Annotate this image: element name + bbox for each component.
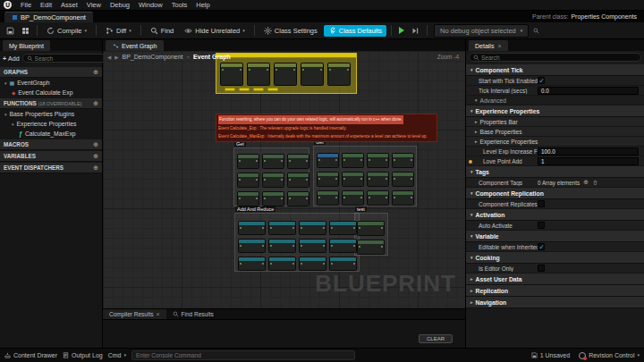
output-log-button[interactable]: Output Log: [63, 352, 103, 358]
graph-pill[interactable]: [267, 88, 278, 91]
field-tick-interval-secs[interactable]: 0.0: [538, 87, 639, 95]
graph-node[interactable]: [392, 190, 414, 206]
close-icon[interactable]: ×: [497, 43, 501, 49]
sidebar-item-experience-properties[interactable]: ▾Experience Properties: [0, 119, 102, 129]
graph-node[interactable]: [329, 257, 357, 271]
add-element-icon[interactable]: ⊕: [583, 179, 589, 186]
details-category-experience-properties[interactable]: ▸Experience Properties: [466, 137, 644, 147]
parent-class-link[interactable]: Properties Components: [571, 13, 637, 20]
details-section-navigation[interactable]: ▸Navigation: [466, 297, 644, 308]
graph-node[interactable]: [317, 172, 339, 187]
chevron-down-icon[interactable]: ▾: [4, 112, 7, 117]
details-category-properties-bar[interactable]: ▸Properties Bar: [466, 117, 644, 127]
chevron-down-icon[interactable]: ▾: [12, 122, 14, 127]
graph-node[interactable]: [301, 63, 324, 86]
chevron-down-icon[interactable]: ▾: [4, 80, 7, 86]
content-drawer-button[interactable]: Content Drawer: [4, 352, 57, 358]
add-icon[interactable]: ⊕: [93, 69, 98, 76]
graph-node[interactable]: [329, 239, 357, 253]
tab-event-graph[interactable]: Event Graph: [106, 40, 164, 51]
back-icon[interactable]: ◀: [107, 55, 111, 60]
class-settings-button[interactable]: Class Settings: [259, 25, 322, 37]
sidebar-section-event-dispatchers[interactable]: EVENT DISPATCHERS⊕: [0, 163, 102, 173]
details-section-replication[interactable]: ▸Replication: [466, 285, 644, 297]
graph-node[interactable]: [262, 173, 284, 188]
checkbox-start-with-tick-enabled[interactable]: [538, 77, 545, 84]
graph-node[interactable]: [237, 154, 259, 169]
debug-object-dropdown[interactable]: No debug object selected▾: [434, 24, 529, 38]
checkbox-auto-activate[interactable]: [538, 222, 545, 229]
hide-unrelated-button[interactable]: Hide Unrelated▾: [180, 25, 250, 37]
menu-edit[interactable]: Edit: [36, 1, 56, 9]
unsaved-indicator[interactable]: 1 Unsaved: [531, 352, 570, 358]
graph-node[interactable]: [327, 63, 351, 86]
graph-node[interactable]: [329, 221, 357, 235]
graph-node[interactable]: [392, 172, 414, 187]
graph-node[interactable]: [287, 173, 309, 188]
sidebar-item-eventgraph[interactable]: ▾▦EventGraph: [0, 78, 102, 88]
graph-node[interactable]: [317, 190, 339, 206]
graph-node[interactable]: [299, 239, 326, 253]
graph-node[interactable]: [357, 240, 385, 255]
browse-icon[interactable]: [19, 27, 32, 35]
graph-pill[interactable]: [239, 88, 250, 91]
graph-node[interactable]: [317, 153, 339, 168]
play-button[interactable]: [396, 27, 407, 34]
comment-header[interactable]: [216, 54, 356, 58]
graph-node[interactable]: [247, 63, 270, 86]
graph-node[interactable]: [274, 63, 297, 86]
graph-node[interactable]: [287, 191, 309, 206]
close-icon[interactable]: ×: [157, 311, 160, 317]
graph-node[interactable]: [262, 154, 284, 169]
graph-node[interactable]: [342, 172, 364, 187]
sidebar-item-base-properties-plugins[interactable]: ▾Base Properties Plugins: [0, 109, 102, 119]
save-icon[interactable]: [4, 27, 17, 35]
menu-debug[interactable]: Debug: [106, 1, 134, 9]
tab-details[interactable]: Details ×: [469, 40, 508, 51]
menu-help[interactable]: Help: [191, 1, 214, 9]
field-level-exp-increase-factor[interactable]: 100.0: [538, 147, 639, 156]
details-section-component-tick[interactable]: ▾Component Tick: [466, 64, 644, 76]
menu-file[interactable]: File: [16, 1, 36, 9]
console-command-input[interactable]: [136, 352, 351, 358]
details-section-component-replication[interactable]: ▾Component Replication: [466, 188, 644, 199]
graph-node[interactable]: [367, 153, 389, 168]
class-defaults-button[interactable]: Class Defaults: [324, 25, 386, 37]
frame-skip-button[interactable]: [409, 27, 422, 35]
clear-button[interactable]: CLEAR: [419, 334, 453, 343]
comment-title[interactable]: Add And Reduce: [235, 206, 275, 212]
breadcrumb-root[interactable]: BP_DemoComponent: [122, 54, 182, 60]
tab-compiler-results[interactable]: Compiler Results ×: [103, 309, 166, 319]
menu-window[interactable]: Window: [134, 1, 167, 9]
sidebar-section-functions[interactable]: FUNCTIONS(18 OVERRIDABLE)⊕: [0, 98, 102, 109]
graph-node[interactable]: [268, 257, 296, 271]
graph-node[interactable]: [392, 153, 414, 168]
graph-pill[interactable]: [225, 88, 235, 91]
graph-pill[interactable]: [253, 88, 264, 91]
asset-tab[interactable]: BP_DemoComponent: [4, 12, 93, 22]
chevron-down-icon[interactable]: ▾: [129, 29, 131, 33]
graph-node[interactable]: [367, 172, 389, 187]
add-icon[interactable]: ⊕: [93, 141, 98, 148]
add-icon[interactable]: ⊕: [93, 164, 98, 172]
my-blueprint-search-input[interactable]: [35, 55, 114, 62]
graph-node[interactable]: [287, 154, 309, 169]
details-search[interactable]: [469, 53, 641, 62]
add-icon[interactable]: ⊕: [93, 153, 98, 160]
console-command-box[interactable]: [131, 350, 355, 360]
checkbox-component-replicates[interactable]: [538, 200, 545, 207]
graph-node[interactable]: [342, 153, 364, 168]
graph-note-comment[interactable]: Function rewriting, where you can do you…: [216, 114, 437, 142]
chevron-down-icon[interactable]: ▾: [85, 29, 88, 33]
add-icon[interactable]: ⊕: [93, 100, 98, 107]
sidebar-item-event-calculate-exp[interactable]: ◆Event Calculate Exp: [0, 88, 102, 97]
details-search-input[interactable]: [481, 55, 637, 61]
graph-node[interactable]: [268, 221, 296, 235]
sidebar-section-variables[interactable]: VARIABLES⊕: [0, 151, 102, 162]
revision-control-button[interactable]: Revision Control ▾: [579, 352, 640, 359]
graph-node[interactable]: [237, 191, 259, 206]
cmd-dropdown[interactable]: Cmd▾: [108, 352, 126, 358]
tab-find-results[interactable]: Find Results: [166, 309, 220, 319]
graph-node[interactable]: [299, 257, 326, 271]
graph-node[interactable]: [237, 173, 259, 188]
